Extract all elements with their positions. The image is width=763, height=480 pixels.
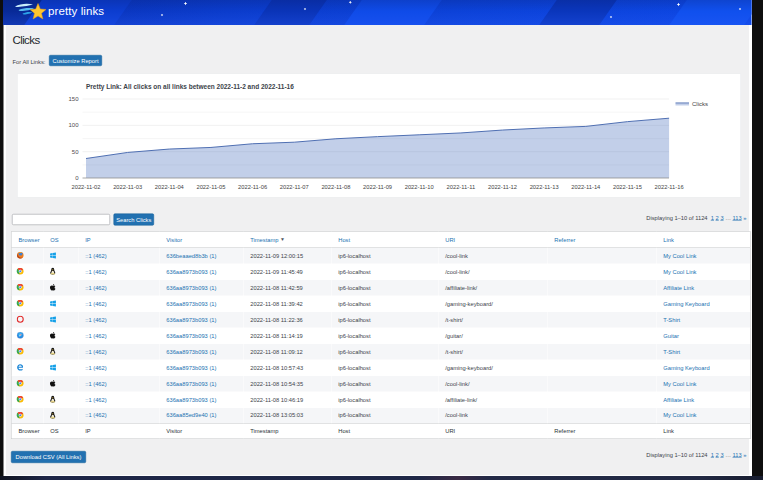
- svg-text:2022-11-11: 2022-11-11: [447, 184, 476, 190]
- svg-text:2022-11-10: 2022-11-10: [405, 184, 434, 190]
- svg-text:50: 50: [72, 149, 79, 155]
- svg-text:2022-11-09: 2022-11-09: [363, 184, 392, 190]
- svg-text:2022-11-02: 2022-11-02: [72, 184, 101, 190]
- svg-text:2022-11-06: 2022-11-06: [238, 184, 267, 190]
- svg-text:2022-11-15: 2022-11-15: [613, 184, 642, 190]
- svg-text:0: 0: [75, 175, 79, 181]
- svg-text:2022-11-13: 2022-11-13: [530, 184, 559, 190]
- svg-text:2022-11-03: 2022-11-03: [113, 184, 142, 190]
- svg-text:2022-11-05: 2022-11-05: [196, 184, 225, 190]
- svg-text:2022-11-08: 2022-11-08: [321, 184, 350, 190]
- svg-text:2022-11-14: 2022-11-14: [571, 184, 601, 190]
- svg-text:100: 100: [68, 122, 79, 128]
- svg-text:2022-11-16: 2022-11-16: [655, 184, 684, 190]
- svg-text:2022-11-12: 2022-11-12: [488, 184, 517, 190]
- svg-text:2022-11-07: 2022-11-07: [280, 184, 309, 190]
- svg-text:2022-11-04: 2022-11-04: [155, 184, 185, 190]
- svg-text:150: 150: [68, 96, 79, 102]
- svg-text:Pretty Link: All clicks on all: Pretty Link: All clicks on all links bet…: [86, 83, 294, 91]
- svg-text:Clicks: Clicks: [692, 101, 708, 107]
